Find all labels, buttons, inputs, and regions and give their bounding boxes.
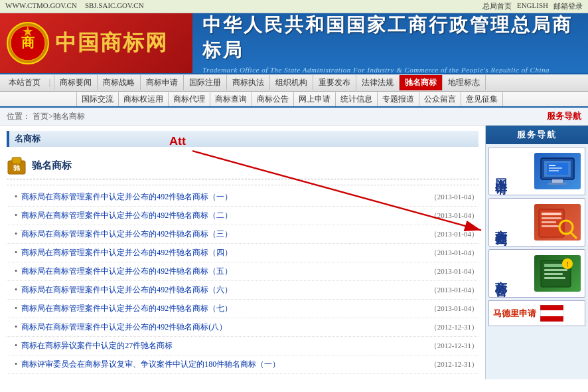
service-nav-header: 服务导航	[486, 126, 588, 144]
article-link-6[interactable]: 商标局在商标管理案件中认定并公布的492件驰名商标（六）	[21, 284, 423, 296]
nav-separator: ｜	[46, 77, 54, 88]
list-item: 商标局在商标管理案件中认定并公布的492件驰名商标（二） （2013-01-04…	[7, 207, 478, 225]
nav-primary: 本站首页 ｜ 商标要闻 商标战略 商标申请 国际注册 商标执法 组织机构 重要发…	[0, 73, 588, 92]
article-date-6: （2013-01-04）	[430, 285, 478, 295]
list-divider	[7, 185, 478, 185]
article-link-7[interactable]: 商标局在商标管理案件中认定并公布的492件驰名商标（七）	[21, 303, 423, 314]
nav-item-enforcement[interactable]: 商标执法	[227, 75, 270, 90]
nav-item-trademark-apply[interactable]: 商标申请	[141, 75, 184, 90]
sidebar: 服务导航 网上申请	[485, 126, 588, 379]
notice-icon-placeholder: !	[534, 255, 581, 292]
link-mail[interactable]: 邮箱登录	[553, 1, 583, 11]
sidebar-madrid-apply[interactable]: 马德里申请	[488, 300, 585, 326]
article-date-3: （2013-01-04）	[430, 229, 478, 239]
top-bar: WWW.CTMO.GOV.CN SBJ.SAIC.GOV.CN 总局首页 ENG…	[0, 0, 588, 13]
nav-item-organization[interactable]: 组织机构	[270, 75, 313, 90]
nav-item-intl-reg[interactable]: 国际注册	[184, 75, 227, 90]
svg-rect-25	[544, 273, 563, 275]
svg-text:!: !	[566, 260, 568, 268]
nav-item-geo-mark[interactable]: 地理标志	[443, 75, 486, 90]
sidebar-online-apply[interactable]: 网上申请	[488, 147, 585, 195]
nav-item-agency[interactable]: 商标代理	[169, 92, 210, 106]
famous-mark-header: 驰 驰名商标	[7, 152, 478, 179]
svg-text:商: 商	[21, 35, 35, 50]
list-item: 商标局在商标管理案件中认定并公布的492件驰名商标（四） （2013-01-04…	[7, 244, 478, 262]
nav-item-feedback[interactable]: 意见征集	[461, 92, 503, 106]
nav-item-online-apply[interactable]: 网上申请	[294, 92, 336, 106]
article-link-8[interactable]: 商标局在商标管理案件中认定并公布的492件驰名商标(八）	[21, 322, 423, 333]
nav-item-intl-exchange[interactable]: 国际交流	[76, 92, 119, 106]
logo-emblem: 商	[7, 22, 50, 65]
svg-rect-29	[540, 305, 563, 310]
sidebar-notice-icon: !	[534, 255, 581, 292]
sidebar-online-apply-text: 网上申请	[493, 169, 508, 174]
nav-item-laws[interactable]: 法律法规	[356, 75, 400, 90]
main-layout: 名商标 驰 驰名商标 商标局在商标管理案件中认定并公布的492件驰名商标（一） …	[0, 126, 588, 379]
header-right: 中华人民共和国国家工商行政管理总局商标局 Trademark Office of…	[192, 13, 588, 73]
article-link-1[interactable]: 商标局在商标管理案件中认定并公布的492件驰名商标（一）	[21, 191, 423, 203]
sidebar-search-text: 商标查询	[493, 220, 508, 225]
svg-text:驰: 驰	[13, 164, 21, 171]
list-item: 商标局在商标管理案件中认定并公布的492件驰名商标（七） （2013-01-04…	[7, 300, 478, 318]
sidebar-online-apply-icon	[534, 153, 581, 189]
article-date-1: （2013-01-04）	[430, 192, 478, 202]
logo-text: 中国商标网	[55, 29, 168, 58]
list-item: 商标局在商标管理案件中认定并公布的492件驰名商标（一） （2013-01-04…	[7, 188, 478, 207]
sidebar-madrid-text: 马德里申请	[493, 308, 536, 320]
nav-item-public-messages[interactable]: 公众留言	[419, 92, 461, 106]
sidebar-block-inner: 商标公告 !	[489, 250, 585, 297]
nav-item-trademark-strategy[interactable]: 商标战略	[98, 75, 141, 90]
list-item: 商标评审委员会在商标异议复审、争议案件中认定的180件驰名商标（一） （2012…	[7, 355, 478, 374]
nav-items-secondary: 国际交流 商标权运用 商标代理 商标查询 商标公告 网上申请 统计信息 专题报道…	[76, 92, 503, 106]
link-english[interactable]: ENGLISH	[517, 1, 548, 11]
article-date-9: （2012-12-31）	[430, 341, 478, 351]
svg-rect-26	[544, 277, 565, 279]
sidebar-trademark-notice[interactable]: 商标公告 !	[488, 249, 585, 298]
nav-item-trademark-news[interactable]: 商标要闻	[54, 75, 98, 90]
top-bar-left: WWW.CTMO.GOV.CN SBJ.SAIC.GOV.CN	[5, 1, 144, 11]
nav-home[interactable]: 本站首页	[3, 77, 46, 88]
list-item: 商标在商标异议案件中认定的27件驰名商标 （2012-12-31）	[7, 337, 478, 355]
nav-item-important-release[interactable]: 重要发布	[313, 75, 356, 90]
nav-secondary: 国际交流 商标权运用 商标代理 商标查询 商标公告 网上申请 统计信息 专题报道…	[0, 92, 588, 108]
breadcrumb-path: 首页>驰名商标	[33, 112, 85, 121]
content-area: 名商标 驰 驰名商标 商标局在商标管理案件中认定并公布的492件驰名商标（一） …	[0, 126, 485, 379]
service-nav-label: 服务导航	[547, 110, 581, 122]
article-link-9[interactable]: 商标在商标异议案件中认定的27件驰名商标	[21, 340, 423, 351]
article-date-5: （2013-01-04）	[430, 266, 478, 276]
list-item: 商标局在商标管理案件中认定并公布的492件驰名商标(八） （2012-12-31…	[7, 318, 478, 337]
list-item: 商标局在商标管理案件中认定并公布的492件驰名商标（三） （2013-01-04…	[7, 225, 478, 244]
article-link-3[interactable]: 商标局在商标管理案件中认定并公布的492件驰名商标（三）	[21, 229, 423, 240]
sidebar-search-icon	[534, 204, 581, 241]
article-date-8: （2012-12-31）	[430, 322, 478, 332]
online-icon-placeholder	[534, 153, 581, 189]
breadcrumb: 位置： 首页>驰名商标	[7, 111, 85, 122]
sidebar-trademark-search[interactable]: 商标查询	[488, 198, 585, 246]
sidebar-block-inner: 网上申请	[489, 147, 585, 195]
svg-rect-13	[549, 167, 562, 169]
nav-item-search[interactable]: 商标查询	[210, 92, 252, 106]
article-link-5[interactable]: 商标局在商标管理案件中认定并公布的492件驰名商标（五）	[21, 266, 423, 277]
breadcrumb-bar: 位置： 首页>驰名商标 服务导航	[0, 108, 588, 126]
svg-rect-17	[542, 217, 561, 219]
link-sbj[interactable]: SBJ.SAIC.GOV.CN	[85, 1, 144, 11]
famous-mark-title: 驰名商标	[32, 159, 72, 172]
article-link-4[interactable]: 商标局在商标管理案件中认定并公布的492件驰名商标（四）	[21, 247, 423, 258]
header-title-cn: 中华人民共和国国家工商行政管理总局商标局	[202, 13, 578, 63]
nav-items-primary: 商标要闻 商标战略 商标申请 国际注册 商标执法 组织机构 重要发布 法律法规 …	[54, 75, 486, 90]
article-date-10: （2012-12-31）	[430, 359, 478, 369]
nav-item-famous-mark[interactable]: 驰名商标	[400, 75, 443, 90]
nav-item-special-report[interactable]: 专题报道	[378, 92, 419, 106]
article-date-4: （2013-01-04）	[430, 248, 478, 258]
nav-item-stats[interactable]: 统计信息	[336, 92, 378, 106]
famous-mark-icon: 驰	[7, 155, 27, 175]
nav-item-bulletin[interactable]: 商标公告	[252, 92, 294, 106]
article-link-10[interactable]: 商标评审委员会在商标异议复审、争议案件中认定的180件驰名商标（一）	[21, 359, 423, 370]
link-main-site[interactable]: 总局首页	[482, 1, 512, 11]
article-link-2[interactable]: 商标局在商标管理案件中认定并公布的492件驰名商标（二）	[21, 210, 423, 221]
article-list: 商标局在商标管理案件中认定并公布的492件驰名商标（一） （2013-01-04…	[7, 188, 478, 374]
sidebar-block-inner: 商标查询	[489, 199, 585, 246]
nav-item-rights-use[interactable]: 商标权运用	[119, 92, 169, 106]
link-ctmo[interactable]: WWW.CTMO.GOV.CN	[5, 1, 77, 11]
sidebar-madrid-flag-icon	[540, 305, 563, 322]
